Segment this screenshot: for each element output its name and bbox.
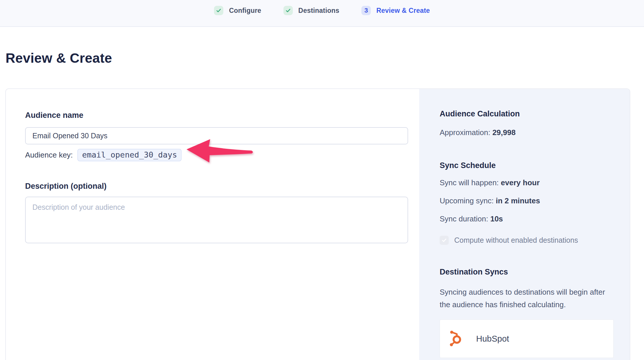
compute-checkbox-label: Compute without enabled destinations xyxy=(454,236,578,244)
destination-hubspot-label: HubSpot xyxy=(476,334,509,344)
hubspot-logo-icon xyxy=(449,330,464,347)
check-icon xyxy=(216,8,222,13)
audience-name-input[interactable] xyxy=(25,127,408,144)
approximation-line: Approximation: 29,998 xyxy=(440,128,614,137)
step-destinations-check-badge xyxy=(283,6,293,15)
step-configure-check-badge xyxy=(214,6,223,15)
upcoming-sync-value: in 2 minutes xyxy=(496,196,540,205)
compute-checkbox-row: Compute without enabled destinations xyxy=(440,236,614,245)
audience-key-row: Audience key: email_opened_30_days xyxy=(25,149,419,161)
step-destinations-label: Destinations xyxy=(298,7,339,15)
form-pane: Audience name Audience key: email_opened… xyxy=(6,89,419,360)
destination-syncs-description: Syncing audiences to destinations will b… xyxy=(440,286,614,311)
compute-checkbox[interactable] xyxy=(440,236,449,245)
summary-sidebar: Audience Calculation Approximation: 29,9… xyxy=(419,89,630,360)
step-destinations[interactable]: Destinations xyxy=(283,6,339,15)
audience-calculation-heading: Audience Calculation xyxy=(440,109,614,118)
destination-syncs-heading: Destination Syncs xyxy=(440,268,614,277)
step-configure-label: Configure xyxy=(229,7,261,15)
upcoming-sync-label: Upcoming sync: xyxy=(440,196,494,205)
upcoming-sync-line: Upcoming sync: in 2 minutes xyxy=(440,196,614,205)
sync-schedule-heading: Sync Schedule xyxy=(440,161,614,170)
sync-frequency-line: Sync will happen: every hour xyxy=(440,178,614,187)
page-title: Review & Create xyxy=(6,50,112,66)
sync-frequency-label: Sync will happen: xyxy=(440,178,499,187)
audience-key-label: Audience key: xyxy=(25,151,73,160)
sync-duration-value: 10s xyxy=(490,214,503,223)
stepper-bar: Configure Destinations 3 Review & Create xyxy=(0,0,644,27)
check-icon xyxy=(285,8,291,13)
sync-duration-label: Sync duration: xyxy=(440,214,488,223)
step-configure[interactable]: Configure xyxy=(214,6,261,15)
description-textarea[interactable] xyxy=(25,197,408,243)
step-review-create-label: Review & Create xyxy=(376,7,430,15)
step-review-create[interactable]: 3 Review & Create xyxy=(361,6,430,15)
review-card: Audience name Audience key: email_opened… xyxy=(5,88,630,360)
approximation-label: Approximation: xyxy=(440,128,490,137)
sync-duration-line: Sync duration: 10s xyxy=(440,214,614,223)
sync-frequency-value: every hour xyxy=(501,178,540,187)
description-label: Description (optional) xyxy=(25,182,419,191)
destination-hubspot-card[interactable]: HubSpot xyxy=(440,319,614,358)
audience-key-chip: email_opened_30_days xyxy=(77,149,182,161)
check-icon xyxy=(441,237,447,243)
step-number-badge: 3 xyxy=(361,6,371,15)
approximation-value: 29,998 xyxy=(492,128,516,137)
audience-name-label: Audience name xyxy=(25,111,419,120)
